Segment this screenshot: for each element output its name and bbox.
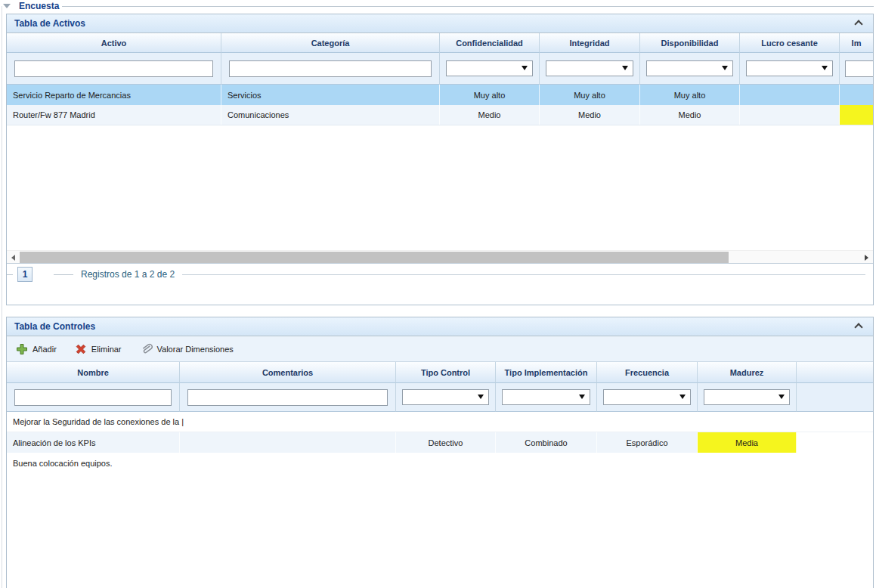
assets-panel-header: Tabla de Activos xyxy=(7,14,873,33)
assets-grid-header: Activo Categoría Confidencialidad Integr… xyxy=(7,33,873,53)
panel-bottom-space xyxy=(7,473,873,588)
filter-integridad-select[interactable] xyxy=(546,60,633,76)
cell-nombre: Mejorar la Seguridad de las conexiones d… xyxy=(7,412,873,432)
column-header-imagen-cut[interactable]: Im xyxy=(840,33,873,53)
plus-icon xyxy=(16,343,28,355)
cell-lucro xyxy=(740,105,840,125)
controls-filter-row xyxy=(7,383,873,412)
cell-filler xyxy=(797,432,873,453)
chevron-down-icon xyxy=(478,395,484,399)
cell-lucro xyxy=(740,85,840,105)
chevron-down-icon xyxy=(822,66,828,70)
column-header-integridad[interactable]: Integridad xyxy=(540,33,640,53)
cell-imagen xyxy=(840,85,873,105)
filter-tipo-implementacion-select[interactable] xyxy=(502,389,590,405)
cell-activo: Servicio Reparto de Mercancias xyxy=(7,85,221,105)
cell-categoria: Comunicaciones xyxy=(221,105,440,125)
chevron-down-icon xyxy=(778,395,785,399)
encuesta-collapse-icon[interactable] xyxy=(3,4,11,8)
assets-filter-row xyxy=(7,53,873,85)
filter-filler-cell xyxy=(797,383,873,412)
column-header-madurez[interactable]: Madurez xyxy=(698,362,797,383)
controls-toolbar: Añadir Eliminar Valorar Dimensiones xyxy=(7,336,873,362)
column-header-tipo-control[interactable]: Tipo Control xyxy=(396,362,496,383)
column-header-lucro-cesante[interactable]: Lucro cesante xyxy=(740,33,840,53)
controls-panel-header: Tabla de Controles xyxy=(7,317,873,336)
chevron-down-icon xyxy=(679,395,686,399)
filter-lucro-select[interactable] xyxy=(746,60,833,76)
cell-categoria: Servicios xyxy=(221,85,440,105)
column-header-nombre[interactable]: Nombre xyxy=(7,362,180,383)
cell-disponibilidad: Muy alto xyxy=(640,85,740,105)
column-header-confidencialidad[interactable]: Confidencialidad xyxy=(440,33,540,53)
filter-comentarios-input[interactable] xyxy=(187,389,388,406)
asset-row-router-fw[interactable]: Router/Fw 877 Madrid Comunicaciones Medi… xyxy=(7,105,873,125)
filter-frecuencia-select[interactable] xyxy=(603,389,691,405)
controls-grid-header: Nombre Comentarios Tipo Control Tipo Imp… xyxy=(7,362,873,383)
cell-madurez-highlighted: Media xyxy=(698,432,797,453)
assets-panel: Tabla de Activos Activo Categoría Confid… xyxy=(6,14,874,305)
delete-button[interactable]: Eliminar xyxy=(72,341,125,357)
chevron-down-icon xyxy=(622,66,628,70)
page: Encuesta Tabla de Activos Activo Categor… xyxy=(0,0,876,588)
grid-empty-area xyxy=(7,125,873,250)
column-header-tipo-implementacion[interactable]: Tipo Implementación xyxy=(496,362,597,383)
chevron-down-icon xyxy=(579,395,585,399)
cell-integridad: Medio xyxy=(540,105,640,125)
cell-disponibilidad: Medio xyxy=(640,105,740,125)
filter-tipo-control-select[interactable] xyxy=(402,389,489,405)
cell-imagen-highlighted xyxy=(840,105,873,125)
panel-bottom-space xyxy=(7,285,873,305)
control-row-buena-colocacion[interactable]: Buena colocación equipos. xyxy=(7,453,873,473)
pager-line xyxy=(182,274,865,275)
column-header-categoria[interactable]: Categoría xyxy=(221,33,440,53)
pager-line xyxy=(7,274,13,275)
fieldset-border xyxy=(2,6,2,588)
controls-panel-title: Tabla de Controles xyxy=(14,321,95,332)
chevron-down-icon xyxy=(522,66,528,70)
encuesta-legend: Encuesta xyxy=(3,1,62,11)
red-x-icon xyxy=(75,343,87,355)
scroll-right-icon[interactable] xyxy=(860,251,873,264)
valuate-button-label: Valorar Dimensiones xyxy=(157,345,234,354)
column-header-disponibilidad[interactable]: Disponibilidad xyxy=(640,33,740,53)
collapse-up-icon[interactable] xyxy=(853,19,864,28)
cell-tipo-implementacion: Combinado xyxy=(496,432,597,453)
cell-integridad: Muy alto xyxy=(540,85,640,105)
filter-activo-input[interactable] xyxy=(14,60,213,77)
control-row-alineacion-kpis[interactable]: Alineación de los KPIs Detectivo Combina… xyxy=(7,432,873,453)
column-header-activo[interactable]: Activo xyxy=(7,33,221,53)
cell-comentarios xyxy=(180,432,396,453)
paperclip-icon xyxy=(140,343,153,355)
add-button[interactable]: Añadir xyxy=(13,341,60,357)
column-header-comentarios[interactable]: Comentarios xyxy=(180,362,396,383)
cell-frecuencia: Esporádico xyxy=(597,432,698,453)
scroll-left-icon[interactable] xyxy=(7,251,20,264)
filter-nombre-input[interactable] xyxy=(14,389,172,406)
assets-panel-title: Tabla de Activos xyxy=(14,18,85,29)
valuate-dimensions-button[interactable]: Valorar Dimensiones xyxy=(137,341,237,357)
cell-activo: Router/Fw 877 Madrid xyxy=(7,105,221,125)
scrollbar-thumb[interactable] xyxy=(20,252,729,263)
encuesta-legend-label: Encuesta xyxy=(16,1,62,11)
cell-confidencialidad: Medio xyxy=(440,105,540,125)
cell-tipo-control: Detectivo xyxy=(396,432,496,453)
filter-madurez-select[interactable] xyxy=(704,389,790,405)
pagination-bar: 1 Registros de 1 a 2 de 2 xyxy=(7,263,873,285)
asset-row-servicio-reparto[interactable]: Servicio Reparto de Mercancias Servicios… xyxy=(7,85,873,105)
controls-panel: Tabla de Controles Añadir Eliminar xyxy=(6,317,874,588)
column-header-frecuencia[interactable]: Frecuencia xyxy=(597,362,698,383)
column-header-filler xyxy=(797,362,873,383)
add-button-label: Añadir xyxy=(33,345,57,354)
collapse-up-icon[interactable] xyxy=(853,322,864,331)
chevron-down-icon xyxy=(722,66,728,70)
filter-imagen-input-cut[interactable] xyxy=(845,60,873,77)
filter-disponibilidad-select[interactable] xyxy=(646,60,733,76)
page-1-button[interactable]: 1 xyxy=(17,267,33,282)
control-row-mejorar-seguridad[interactable]: Mejorar la Seguridad de las conexiones d… xyxy=(7,412,873,432)
filter-confidencialidad-select[interactable] xyxy=(446,60,533,76)
filter-categoria-input[interactable] xyxy=(229,60,432,77)
fieldset-top-line xyxy=(59,6,874,7)
horizontal-scrollbar[interactable] xyxy=(7,250,873,263)
delete-button-label: Eliminar xyxy=(91,345,122,354)
